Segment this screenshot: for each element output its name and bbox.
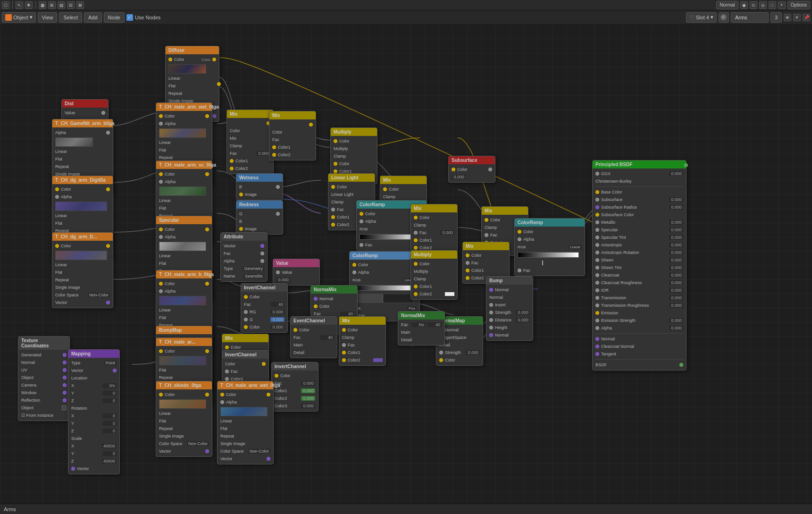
slot-select[interactable]: ⚫ Slot 4 ▾ <box>686 12 717 23</box>
node-diag-arm2[interactable]: T_CH_dg_arm_D... Color Linear Flat Repea… <box>52 232 113 308</box>
use-nodes-checkbox[interactable]: ✓ Use Nodes <box>126 14 160 21</box>
node-body-map: Type Point Vector Location X0m Y0 Z0 Rot… <box>68 358 119 474</box>
node-mix-2[interactable]: Mix Color Fac Color1 Color2 <box>269 111 316 160</box>
s-cout-ma <box>383 187 387 191</box>
node-body-ic2: Color Fac0.000 Color10.000 Color20.000 C… <box>272 371 318 411</box>
row-value: Value <box>65 110 105 116</box>
node-subsurface[interactable]: Subsurface Color 0.000 <box>448 156 495 183</box>
node-invert-ch[interactable]: InvertChannel Color Fac40 RG 0.000 G 0.0… <box>241 283 288 333</box>
node-header-wetness: T_CH_male_arm_sc_0tga <box>156 161 212 169</box>
node-colorramp-2[interactable]: ColorRamp Color Alpha RGB Linear Fac <box>514 218 585 276</box>
snap-icon[interactable]: ⌖ <box>778 1 786 9</box>
grid4-icon[interactable]: ⊟ <box>67 1 75 9</box>
node-header-nm: NormaMix <box>311 286 357 294</box>
node-header-cr2: ColorRamp <box>515 219 585 227</box>
socket-vector-in <box>212 114 216 118</box>
node-canvas[interactable]: Diffuse Color Color Linear Flat Repeat <box>0 25 812 514</box>
node-header-val2: Value <box>273 259 319 267</box>
img-preview-3 <box>159 128 206 138</box>
s-color-wet-out <box>205 172 209 176</box>
xray-icon[interactable]: □ <box>769 1 776 9</box>
overlay-icon[interactable]: ◎ <box>759 1 767 9</box>
node-mult-mid[interactable]: Multiply Color Multiply Clamp Color1 Col… <box>410 250 458 300</box>
material-icon[interactable] <box>719 12 729 23</box>
top-toolbar: ⬡ ↖ ✥ ▦ ⊞ ▤ ⊟ ⊠ Normal ◉ ⊙ ◎ □ ⌖ Options <box>0 0 812 10</box>
viewport-icon[interactable]: ◉ <box>740 1 748 9</box>
node-redness[interactable]: Redness G B Image <box>236 200 283 235</box>
node-attribute[interactable]: Attribute Vector Fac Alpha TypeGeometry … <box>220 232 268 282</box>
node-wetness[interactable]: Wetness B Image <box>236 173 283 200</box>
row-color: Color Color <box>168 56 216 63</box>
node-header-bump-r: Bump <box>486 277 533 285</box>
s-color-wet <box>159 172 163 176</box>
node-mix-mid[interactable]: Mix Color Clamp Fac 0.000 Color1 Color2 <box>410 204 458 253</box>
select-btn[interactable]: Select <box>59 12 82 23</box>
node-header-imgtex: T_CH_GameNit_arm_b0ga <box>52 119 113 127</box>
grid-icon[interactable]: ▦ <box>39 1 46 9</box>
options-btn[interactable]: Options <box>787 1 810 9</box>
node-body-wb: Color Alpha Linear Flat Repeat Single Im… <box>218 389 273 464</box>
node-header-diffuse: Diffuse <box>166 46 219 54</box>
node-header-value: Dist <box>62 100 108 108</box>
socket-bsdf-out <box>217 82 221 86</box>
s-color1-in <box>230 159 234 163</box>
browse-icon[interactable]: ⊕ <box>784 14 791 21</box>
node-header-mix2: Mix <box>269 111 316 119</box>
node-header-mix-rb: Mix <box>463 242 509 250</box>
node-header-ic2: InvertChannel <box>272 362 318 371</box>
s-image-in <box>239 193 243 196</box>
s-alpha <box>159 122 163 126</box>
node-principled[interactable]: Principled BSDF GGX 0.000 Christensen-Bu… <box>592 160 686 371</box>
row-flat: Flat <box>168 83 216 89</box>
node-header-red: Redness <box>236 201 283 209</box>
node-tex-coord[interactable]: Texture Coordinates Generated Normal UV … <box>18 336 70 421</box>
node-mix-lr[interactable]: Mix Color Clamp Fac Color1 Color2 <box>339 316 386 366</box>
node-header-mult-mid: Multiply <box>411 251 457 259</box>
node-body-mix2: Color Fac Color1 Color2 <box>269 119 316 160</box>
object-dropdown[interactable]: Object ▾ <box>2 12 36 23</box>
blender-icon[interactable]: ⬡ <box>2 1 9 9</box>
row-image <box>168 64 216 74</box>
node-value-2[interactable]: Value Value 0.000 <box>273 259 320 286</box>
separator-2 <box>35 1 36 9</box>
node-skin-tex[interactable]: T_CH_skinds_0tga Color Linear Flat Repea… <box>156 381 212 457</box>
s-b-out <box>276 185 280 189</box>
s-color-sub-in <box>452 168 455 171</box>
node-mapping[interactable]: Mapping Type Point Vector Location X0m Y… <box>68 349 120 474</box>
node-mix-1[interactable]: Mix Color Mix Clamp Fac 0.000 Color1 <box>226 110 274 174</box>
toolbar-mode: Normal ◉ ⊙ ◎ □ ⌖ Options <box>716 1 810 9</box>
s-c2-mult <box>334 169 337 173</box>
mode-normal[interactable]: Normal <box>716 1 738 9</box>
material-count: 3 <box>770 12 782 23</box>
node-header-map: Mapping <box>68 350 119 358</box>
pin-icon[interactable]: 📌 <box>803 14 810 21</box>
grid2-icon[interactable]: ⊞ <box>48 1 56 9</box>
add-btn[interactable]: Add <box>84 12 102 23</box>
grid5-icon[interactable]: ⊠ <box>76 1 84 9</box>
node-event-ch-lower[interactable]: EventChannel Color Fac40 Main Detail <box>290 316 337 358</box>
node-body-mlr: Color Clamp Fac Color1 Color2 <box>339 325 385 365</box>
delete-mat-icon[interactable]: ✕ <box>793 14 801 21</box>
cursor-icon[interactable]: ↖ <box>16 1 23 9</box>
node-header-wet: T_CH_male_arm_wet_0tga <box>156 103 212 111</box>
node-header-ic: InvertChannel <box>241 284 287 292</box>
node-body-sub: Color 0.000 <box>449 164 495 182</box>
node-header-da: T_CH_dg_arm_Digit0a <box>52 176 113 184</box>
socket-alpha-out <box>106 131 110 135</box>
node-header-spec: Specular <box>156 216 212 224</box>
node-body-attr: Vector Fac Alpha TypeGeometry NameSeamd9… <box>221 241 267 281</box>
node-header-bmp: BumpMap <box>156 326 212 334</box>
material-name[interactable]: Arms <box>731 12 769 23</box>
node-header-abt: T_CH_male_ar... <box>156 338 212 346</box>
node-bump-r[interactable]: Bump Normal Normal Insert Strength 0.000… <box>486 276 533 341</box>
shading-icon[interactable]: ⊙ <box>750 1 757 9</box>
view-btn[interactable]: View <box>38 12 58 23</box>
grid3-icon[interactable]: ▤ <box>58 1 65 9</box>
node-header-attr: Attribute <box>221 233 267 241</box>
node-header-ml: Mix <box>222 334 268 342</box>
node-header-cr3: ColorRamp <box>350 252 419 260</box>
node-btn[interactable]: Node <box>104 12 125 23</box>
node-normal-mix-r[interactable]: NormalMix Fac No 40 Main Detail <box>398 311 445 345</box>
node-wet-bot[interactable]: T_CH_male_arm_wet_0tga Color Alpha Linea… <box>217 381 274 464</box>
move-icon[interactable]: ✥ <box>25 1 33 9</box>
